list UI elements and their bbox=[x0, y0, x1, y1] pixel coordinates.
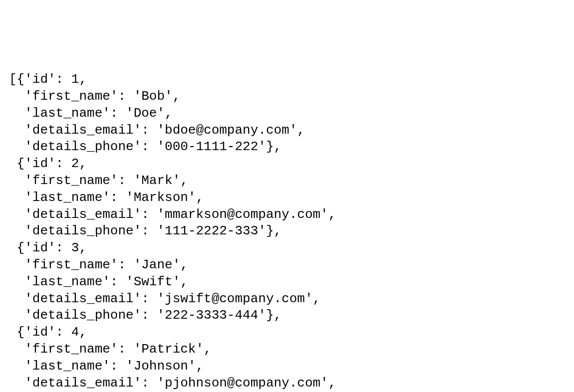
python-pprint-output: [{'id': 1, 'first_name': 'Bob', 'last_na… bbox=[9, 71, 565, 392]
output-text: [{'id': 1, 'first_name': 'Bob', 'last_na… bbox=[9, 72, 336, 392]
